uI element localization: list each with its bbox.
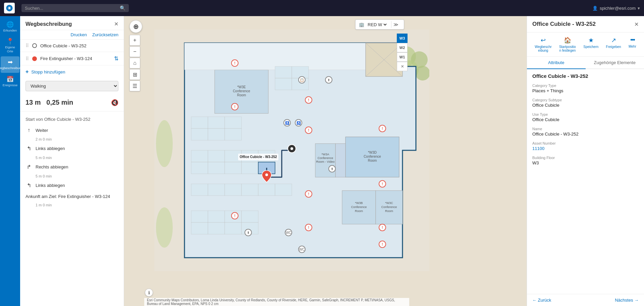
floor-tab-w3[interactable]: W3 <box>397 34 408 43</box>
route-origin: ⠿ Office Cubicle - W3-252 <box>20 40 124 52</box>
expand-button[interactable]: ≫ <box>391 21 400 28</box>
next-button[interactable]: Nächstes → <box>615 298 639 303</box>
search-container[interactable]: 🔍 <box>21 4 129 12</box>
svg-text:*W3C: *W3C <box>385 201 393 205</box>
panel-nav-bar: ← Zurück Nächstes → <box>527 294 644 306</box>
svg-rect-60 <box>208 222 225 234</box>
attr-value-building-floor: W3 <box>532 160 639 165</box>
set-start-action-button[interactable]: 🏠 Startposition festlegen <box>556 35 579 54</box>
mute-button[interactable]: 🔇 <box>111 99 118 106</box>
map-controls: ⊕ + − ⌂ ⊞ ☰ <box>129 20 142 91</box>
svg-text:⬆: ⬆ <box>331 167 333 171</box>
floor-icon: 🏢 <box>359 22 364 27</box>
sidebar-item-wegbeschreibung[interactable]: ➡ Wegbeschreibung <box>1 56 19 72</box>
svg-rect-36 <box>191 129 208 140</box>
save-action-icon: ★ <box>588 37 594 44</box>
sidebar-item-erkunden[interactable]: 🌐 Erkunden <box>1 19 19 35</box>
attr-value-asset-number[interactable]: 11100 <box>532 146 639 151</box>
menu-button[interactable]: ☰ <box>129 81 140 91</box>
svg-text:*W3B: *W3B <box>355 201 363 205</box>
floor-tabs: W3 W2 W1 ✕ <box>397 34 408 71</box>
attr-category-subtype: Category Subtype Office Cubicle <box>532 98 639 108</box>
search-input[interactable] <box>25 6 117 11</box>
svg-rect-44 <box>191 162 208 174</box>
more-action-label: Mehr <box>629 45 636 48</box>
swap-button[interactable]: ⇅ <box>114 55 118 62</box>
svg-text:Room: Room <box>237 93 246 97</box>
info-button[interactable]: ℹ <box>145 289 153 297</box>
map-area[interactable]: ⊕ + − ⌂ ⊞ ☰ 🏢 RED W W1 W2 W3 ≫ W3 W2 W1 … <box>124 16 527 306</box>
panel-title: Wegbeschreibung <box>25 21 72 27</box>
svg-rect-53 <box>258 184 275 196</box>
svg-text:!: ! <box>382 182 383 186</box>
svg-point-71 <box>290 147 293 150</box>
compass-button[interactable]: ⊕ <box>129 20 142 33</box>
attr-label-category-subtype: Category Subtype <box>532 98 639 102</box>
svg-text:!: ! <box>382 225 383 230</box>
svg-text:Conference: Conference <box>364 155 381 158</box>
tab-related[interactable]: Zugehörige Elemente <box>586 57 644 68</box>
directions-action-button[interactable]: ↩ Wegbeschreibung <box>532 35 554 54</box>
svg-text:Room: Room <box>355 209 363 213</box>
svg-text:⬆: ⬆ <box>247 231 250 235</box>
transport-select[interactable]: Walking <box>25 81 118 91</box>
right-panel: Office Cubicle - W3-252 ✕ ↩ Wegbeschreib… <box>527 16 644 306</box>
calendar-icon: 📅 <box>6 76 14 82</box>
time: 0,25 min <box>46 99 73 106</box>
sidebar-item-label: Eigene Orte <box>2 45 18 53</box>
floor-select[interactable]: RED W W1 W2 W3 <box>366 22 388 28</box>
svg-text:*W3A: *W3A <box>321 153 329 156</box>
reset-link[interactable]: Zurücksetzen <box>92 32 118 37</box>
svg-text:♿: ♿ <box>297 121 301 125</box>
turn-left-icon: ↰ <box>25 145 32 152</box>
step-left2: ↰ Links abbiegen <box>20 180 124 191</box>
svg-rect-52 <box>241 184 258 196</box>
floor-tab-close[interactable]: ✕ <box>397 62 408 71</box>
topbar: 🔍 👤 spichler@esri.com ▾ <box>0 0 644 16</box>
save-action-button[interactable]: ★ Speichern <box>581 35 601 54</box>
drag-handle-icon[interactable]: ⠿ <box>25 56 29 61</box>
svg-text:!: ! <box>308 128 309 132</box>
back-arrow-icon: ← Zurück <box>532 298 551 303</box>
user-icon: 👤 <box>592 6 598 11</box>
attr-label-name: Name <box>532 127 639 131</box>
sidebar-item-eigene-orte[interactable]: 📍 Eigene Orte <box>1 36 19 56</box>
user-info: 👤 spichler@esri.com ▾ <box>592 6 640 11</box>
panel-close-button[interactable]: ✕ <box>114 21 118 27</box>
zoom-out-button[interactable]: − <box>129 46 140 57</box>
sidebar-item-ereignisse[interactable]: 📅 Ereignisse <box>1 73 19 90</box>
print-link[interactable]: Drucken <box>71 32 87 37</box>
share-action-button[interactable]: ↗ Freigeben <box>603 35 624 54</box>
tab-attribute[interactable]: Attribute <box>527 57 586 69</box>
attr-main-title: Office Cubicle - W3-252 <box>532 73 639 79</box>
next-arrow-icon: Nächstes → <box>615 298 639 303</box>
panel-action-buttons: ↩ Wegbeschreibung 🏠 Startposition festle… <box>527 33 644 57</box>
step-text: Links abbiegen <box>36 183 65 188</box>
svg-text:♿: ♿ <box>285 121 289 125</box>
svg-point-5 <box>156 207 173 248</box>
zoom-in-button[interactable]: + <box>129 35 140 46</box>
share-action-icon: ↗ <box>611 37 616 44</box>
more-action-button[interactable]: ••• Mehr <box>626 35 639 54</box>
destination-text: Fire Extinguisher - W3-124 <box>40 56 111 61</box>
user-dropdown-icon[interactable]: ▾ <box>638 6 640 11</box>
plus-icon: + <box>25 69 29 75</box>
floor-tab-w2[interactable]: W2 <box>397 43 408 52</box>
home-button[interactable]: ⌂ <box>129 58 140 68</box>
attribution-bar: Esri Community Maps Contributors, Loma L… <box>144 298 409 306</box>
svg-text:Conference: Conference <box>351 205 367 209</box>
svg-text:Office Cubicle - W3-252: Office Cubicle - W3-252 <box>239 155 277 159</box>
right-panel-close-button[interactable]: ✕ <box>634 21 639 28</box>
origin-circle <box>32 43 37 48</box>
svg-point-9 <box>415 66 429 81</box>
drag-handle-icon[interactable]: ⠿ <box>25 43 29 48</box>
svg-rect-61 <box>225 222 241 234</box>
attr-value-category-type: Places + Things <box>532 88 639 93</box>
svg-text:!: ! <box>234 105 235 109</box>
layers-button[interactable]: ⊞ <box>129 69 140 80</box>
sidebar-item-label: Ereignisse <box>3 83 17 87</box>
add-stop-button[interactable]: + Stopp hinzufügen <box>20 65 124 78</box>
floor-tab-w1[interactable]: W1 <box>397 52 408 62</box>
svg-rect-49 <box>191 184 208 196</box>
back-button[interactable]: ← Zurück <box>532 298 551 303</box>
